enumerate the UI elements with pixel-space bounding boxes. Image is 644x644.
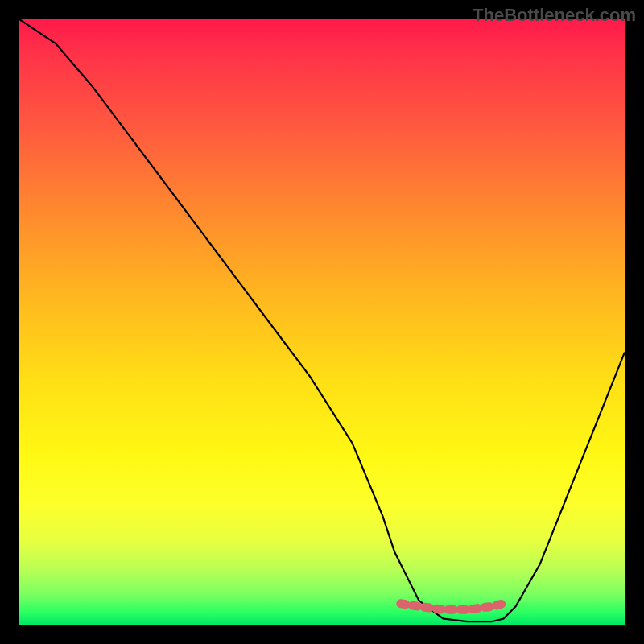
bottleneck-curve-path (19, 19, 625, 621)
plot-area (19, 19, 625, 625)
chart-svg (19, 19, 625, 625)
optimal-band-path (401, 604, 504, 610)
watermark-text: TheBottleneck.com (473, 5, 636, 26)
